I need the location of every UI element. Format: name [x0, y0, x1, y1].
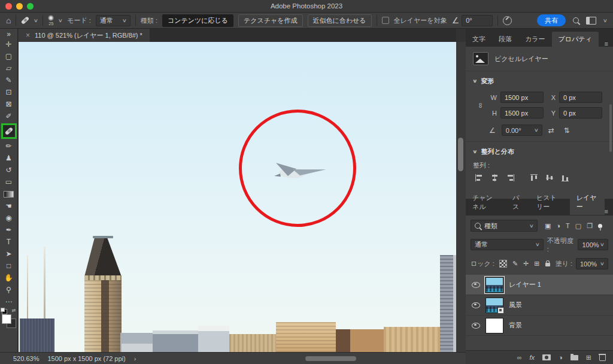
close-icon[interactable]: ×: [26, 31, 30, 40]
layer-filter-dropdown[interactable]: 種類 ∨: [471, 220, 538, 232]
layer-visibility-eye-icon[interactable]: [472, 323, 480, 329]
tab-layers[interactable]: レイヤー: [570, 190, 605, 215]
tool-move[interactable]: ✛: [1, 38, 17, 50]
tool-eraser[interactable]: ▭: [1, 176, 17, 188]
filter-shape-layers-icon[interactable]: ▢: [575, 223, 581, 229]
brush-preset-picker[interactable]: 25: [48, 15, 54, 26]
lock-image-pixels-icon[interactable]: ✎: [512, 260, 518, 268]
new-group-icon[interactable]: [570, 355, 578, 360]
layer-name[interactable]: 背景: [509, 321, 522, 330]
current-tool-icon[interactable]: [21, 16, 29, 25]
tool-dodge[interactable]: ◉: [1, 212, 17, 224]
tool-spot-healing-brush[interactable]: [1, 123, 17, 139]
tool-clone-stamp[interactable]: ♟: [1, 152, 17, 164]
tool-lasso[interactable]: ▱: [1, 62, 17, 74]
align-middle-vertical-icon[interactable]: [546, 174, 554, 181]
tool-eyedropper[interactable]: ✐: [1, 110, 17, 122]
add-layer-mask-icon[interactable]: [542, 354, 551, 360]
create-texture-button[interactable]: テクスチャを作成: [238, 14, 303, 27]
chevron-down-icon[interactable]: ∨: [34, 18, 38, 23]
width-input[interactable]: 1500 px: [500, 92, 544, 103]
tool-quick-selection[interactable]: ✎: [1, 74, 17, 86]
transform-section-header[interactable]: ∨ 変形: [473, 77, 606, 86]
tab-paragraph[interactable]: 段落: [492, 32, 518, 47]
link-layers-icon[interactable]: ∞: [517, 354, 522, 361]
tab-channels[interactable]: チャンネル: [466, 190, 506, 215]
opacity-dropdown[interactable]: 100% ∨: [578, 239, 608, 250]
align-right-icon[interactable]: [506, 174, 514, 181]
filter-type-layers-icon[interactable]: T: [566, 223, 570, 229]
tab-character[interactable]: 文字: [466, 32, 492, 47]
rotate-angle-dropdown[interactable]: 0.00° ∨: [502, 125, 542, 136]
tab-paths[interactable]: パス: [506, 190, 530, 215]
chevron-down-icon[interactable]: ∨: [603, 18, 608, 23]
tool-brush[interactable]: ✏: [1, 140, 17, 152]
filter-adjustment-layers-icon[interactable]: ◑: [556, 223, 560, 229]
brush-angle-input[interactable]: 0°: [462, 15, 493, 26]
layer-name[interactable]: レイヤー 1: [509, 280, 541, 289]
flip-horizontal-icon[interactable]: ⇄: [548, 126, 554, 135]
delete-layer-icon[interactable]: [599, 355, 606, 361]
vertical-scrollbar[interactable]: [458, 138, 463, 171]
pen-pressure-icon[interactable]: [503, 16, 512, 25]
align-left-icon[interactable]: [475, 174, 483, 181]
layer-visibility-eye-icon[interactable]: [472, 282, 480, 288]
tab-properties[interactable]: プロパティ: [552, 32, 599, 47]
canvas[interactable]: [19, 42, 456, 352]
tool-crop[interactable]: ⊡: [1, 86, 17, 98]
search-icon[interactable]: [573, 17, 579, 23]
tab-history[interactable]: ヒストリー: [530, 190, 570, 215]
swap-colors-icon[interactable]: ⇄: [12, 308, 16, 313]
tool-hand[interactable]: ✋: [1, 272, 17, 284]
layer-name[interactable]: 風景: [509, 301, 522, 310]
tool-marquee[interactable]: ▢: [1, 50, 17, 62]
layer-visibility-eye-icon[interactable]: [472, 302, 480, 308]
chevron-down-icon[interactable]: ∨: [58, 18, 63, 23]
tool-gradient[interactable]: [1, 188, 17, 200]
tool-type[interactable]: T: [1, 236, 17, 248]
tool-path-selection[interactable]: ➤: [1, 248, 17, 260]
zoom-level-value[interactable]: 520.63%: [13, 355, 39, 362]
tool-smudge[interactable]: ☚: [1, 200, 17, 212]
tool-shape[interactable]: □: [1, 260, 17, 272]
toolbar-expand-button[interactable]: »: [1, 30, 17, 38]
layer-effects-icon[interactable]: fx: [530, 354, 535, 361]
align-bottom-icon[interactable]: [562, 174, 569, 181]
align-section-header[interactable]: ∨ 整列と分布: [473, 147, 606, 156]
minimize-window-button[interactable]: [16, 3, 23, 10]
share-button[interactable]: 共有: [537, 14, 566, 26]
home-icon[interactable]: ⌂: [6, 16, 11, 25]
lock-transparent-pixels-icon[interactable]: [499, 260, 507, 268]
workspace-switcher-icon[interactable]: [586, 17, 596, 25]
flip-vertical-icon[interactable]: ⇅: [564, 126, 570, 135]
panel-menu-icon[interactable]: ≡: [605, 208, 608, 215]
layer-thumbnail[interactable]: [485, 318, 503, 333]
x-input[interactable]: 0 px: [559, 92, 602, 103]
content-aware-button[interactable]: コンテンツに応じる: [162, 14, 233, 27]
close-window-button[interactable]: [5, 3, 12, 10]
adjustment-layer-icon[interactable]: ◑: [559, 354, 563, 361]
panel-scrollbar[interactable]: [609, 104, 612, 152]
tool-history-brush[interactable]: ↺: [1, 164, 17, 176]
filter-pixel-layers-icon[interactable]: ▣: [545, 223, 551, 229]
default-colors-icon[interactable]: [2, 309, 7, 314]
layer-row[interactable]: 背景: [466, 316, 613, 336]
lock-position-icon[interactable]: ✛: [523, 260, 529, 268]
proximity-match-button[interactable]: 近似色に合わせる: [308, 14, 372, 27]
layer-thumbnail[interactable]: [485, 277, 503, 293]
new-layer-icon[interactable]: ⊞: [586, 354, 591, 362]
edit-toolbar-button[interactable]: ⋯: [1, 296, 17, 308]
horizontal-scrollbar[interactable]: [305, 356, 356, 361]
lock-artboard-icon[interactable]: ⊞: [534, 260, 539, 268]
layer-thumbnail[interactable]: [485, 298, 503, 313]
align-top-icon[interactable]: [530, 174, 538, 181]
filter-smart-objects-icon[interactable]: ❐: [587, 223, 593, 229]
layer-row[interactable]: 風景: [466, 295, 613, 316]
align-center-horizontal-icon[interactable]: [491, 174, 499, 181]
layer-row[interactable]: レイヤー 1: [466, 275, 613, 295]
y-input[interactable]: 0 px: [559, 107, 602, 119]
document-tab[interactable]: × 110 @ 521% (レイヤー 1, RGB/8#) *: [19, 29, 150, 42]
filter-toggle-pin-icon[interactable]: [598, 224, 602, 228]
maximize-window-button[interactable]: [27, 3, 34, 10]
tab-color[interactable]: カラー: [518, 32, 552, 47]
